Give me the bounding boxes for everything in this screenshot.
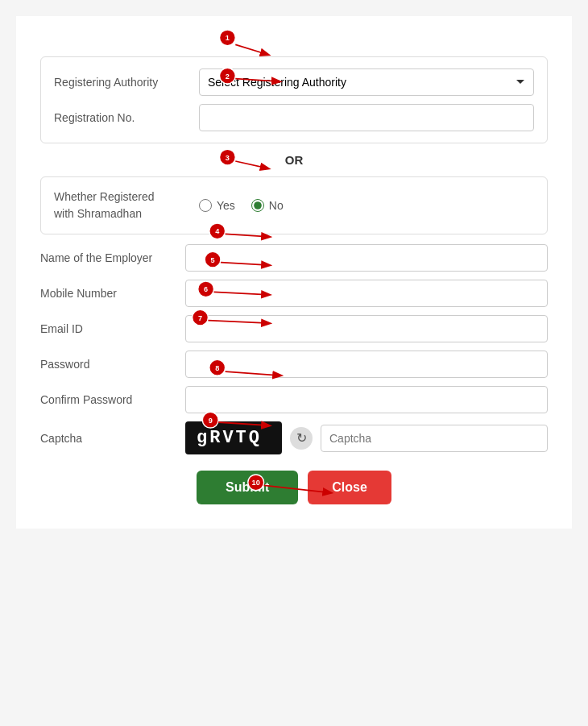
registering-authority-row: Registering Authority Select Registering… bbox=[54, 68, 534, 96]
svg-point-0 bbox=[220, 30, 236, 46]
password-input[interactable] bbox=[185, 351, 548, 378]
registering-authority-select[interactable]: Select Registering Authority bbox=[199, 68, 534, 96]
or-divider: OR bbox=[40, 153, 548, 167]
shramadhan-section: Whether Registered with Shramadhan Yes N… bbox=[40, 176, 548, 234]
submit-button[interactable]: Submit bbox=[197, 471, 298, 504]
shramadhan-radio-group: Yes No bbox=[199, 199, 284, 212]
password-label: Password bbox=[40, 358, 185, 371]
shramadhan-no-input[interactable] bbox=[251, 199, 264, 212]
button-row: Submit Close bbox=[40, 471, 548, 504]
employer-name-input[interactable] bbox=[185, 244, 548, 272]
employer-name-row: Name of the Employer bbox=[40, 244, 548, 272]
confirm-password-row: Confirm Password bbox=[40, 386, 548, 413]
confirm-password-label: Confirm Password bbox=[40, 393, 185, 406]
employer-name-label: Name of the Employer bbox=[40, 251, 185, 264]
registering-authority-label: Registering Authority bbox=[54, 76, 199, 89]
captcha-refresh-button[interactable]: ↻ bbox=[290, 427, 313, 450]
mobile-number-row: Mobile Number bbox=[40, 280, 548, 307]
captcha-section: Captcha gRVTQ ↻ bbox=[40, 421, 548, 454]
mobile-number-label: Mobile Number bbox=[40, 287, 185, 300]
shramadhan-yes-radio[interactable]: Yes bbox=[199, 199, 235, 212]
captcha-content: gRVTQ ↻ bbox=[185, 421, 548, 454]
captcha-label: Captcha bbox=[40, 432, 185, 445]
registration-no-row: Registration No. bbox=[54, 104, 534, 131]
shramadhan-no-radio[interactable]: No bbox=[251, 199, 284, 212]
form-container: 1 2 3 4 5 6 7 8 9 10 bbox=[16, 16, 572, 529]
svg-text:1: 1 bbox=[226, 34, 230, 42]
mobile-number-input[interactable] bbox=[185, 280, 548, 307]
authority-section: Registering Authority Select Registering… bbox=[40, 56, 548, 143]
shramadhan-label: Whether Registered with Shramadhan bbox=[54, 189, 199, 222]
svg-line-2 bbox=[235, 44, 268, 55]
shramadhan-yes-input[interactable] bbox=[199, 199, 212, 212]
password-row: Password bbox=[40, 351, 548, 378]
captcha-image: gRVTQ bbox=[185, 421, 282, 454]
captcha-input[interactable] bbox=[321, 425, 548, 452]
close-button[interactable]: Close bbox=[308, 471, 391, 504]
confirm-password-input[interactable] bbox=[185, 386, 548, 413]
email-row: Email ID bbox=[40, 315, 548, 342]
registration-no-label: Registration No. bbox=[54, 111, 199, 124]
email-input[interactable] bbox=[185, 315, 548, 342]
registration-no-input[interactable] bbox=[199, 104, 534, 131]
email-label: Email ID bbox=[40, 322, 185, 335]
